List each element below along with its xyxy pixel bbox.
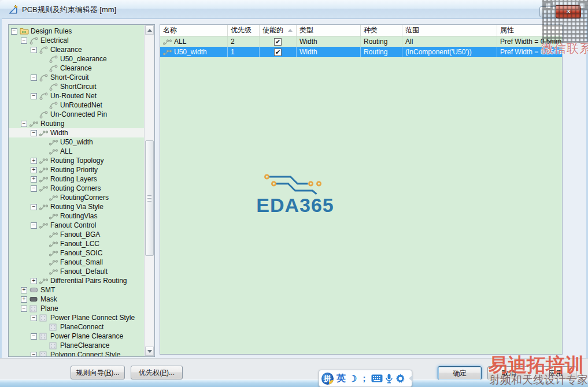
- tree-item[interactable]: Fanout_SOIC: [9, 248, 145, 258]
- collapse-icon[interactable]: −: [31, 47, 37, 53]
- table-row[interactable]: ALL2✔WidthRoutingAllPref Width = 0.5mm M: [160, 36, 562, 47]
- routing-rule-icon: [39, 176, 49, 183]
- expand-icon[interactable]: +: [21, 287, 27, 293]
- rules-tree-panel: −Design Rules−Electrical−ClearanceU50_cl…: [8, 24, 155, 357]
- gear-icon[interactable]: [395, 374, 405, 384]
- column-header-type[interactable]: 类型: [297, 25, 361, 36]
- tree-item[interactable]: −Width: [9, 128, 145, 137]
- tree-item[interactable]: −Routing: [9, 119, 145, 128]
- tree-item[interactable]: ShortCircuit: [9, 82, 145, 91]
- column-header-name[interactable]: 名称: [160, 25, 228, 36]
- tree-item[interactable]: −Power Plane Connect Style: [9, 313, 145, 322]
- tree-item[interactable]: −Design Rules: [9, 27, 145, 36]
- collapse-icon[interactable]: −: [21, 38, 27, 44]
- tree-item[interactable]: +SMT: [9, 285, 145, 295]
- collapse-icon[interactable]: −: [31, 93, 37, 99]
- column-header-enabled[interactable]: 使能的: [260, 25, 297, 36]
- tree-item[interactable]: +Differential Pairs Routing: [9, 276, 145, 285]
- scroll-up-icon[interactable]: [145, 25, 154, 35]
- keyboard-icon[interactable]: [371, 374, 383, 382]
- rule-name-label: U50_width: [174, 47, 207, 57]
- collapse-icon[interactable]: −: [31, 204, 37, 210]
- collapse-icon[interactable]: −: [31, 222, 37, 229]
- tree-item[interactable]: −Un-Routed Net: [9, 91, 145, 101]
- eda365-watermark: EDA365: [256, 172, 334, 216]
- tree-item-label: U50_width: [59, 137, 93, 147]
- tree-item-label: Un-Routed Net: [49, 91, 97, 101]
- tree-scrollbar[interactable]: [144, 25, 154, 356]
- tree-item[interactable]: −Power Plane Clearance: [9, 332, 145, 341]
- tree-item[interactable]: −Routing Via Style: [9, 202, 145, 211]
- routing-rule-icon: [29, 121, 39, 127]
- scrollbar-thumb[interactable]: [145, 140, 154, 256]
- rules-tree: −Design Rules−Electrical−ClearanceU50_cl…: [9, 27, 145, 357]
- tree-item-label: Un-Connected Pin: [49, 110, 107, 119]
- expand-icon[interactable]: +: [21, 296, 27, 303]
- collapse-icon[interactable]: −: [21, 306, 27, 312]
- tree-item[interactable]: −Short-Circuit: [9, 73, 145, 82]
- collapse-icon[interactable]: −: [31, 130, 37, 136]
- column-header-priority[interactable]: 优先级: [228, 25, 260, 36]
- rule-wizard-button[interactable]: 规则向导(R)...: [71, 366, 125, 379]
- expand-icon[interactable]: +: [31, 176, 37, 183]
- expand-icon[interactable]: +: [31, 278, 37, 284]
- collapse-icon[interactable]: −: [21, 121, 27, 127]
- table-row[interactable]: U50_width1✔WidthRouting(InComponent('U50…: [160, 47, 562, 57]
- tree-item[interactable]: PlaneClearance: [9, 341, 145, 350]
- scroll-down-icon[interactable]: [145, 347, 154, 356]
- tree-item[interactable]: −Routing Corners: [9, 184, 145, 193]
- collapse-icon[interactable]: −: [11, 28, 17, 35]
- priorities-button[interactable]: 优先权(P)...: [131, 366, 183, 379]
- tree-item[interactable]: Fanout_LCC: [9, 239, 145, 248]
- tree-item-label: Fanout_BGA: [59, 230, 100, 239]
- tree-item[interactable]: U50_clearance: [9, 54, 145, 64]
- expand-icon[interactable]: +: [31, 158, 37, 164]
- tree-item[interactable]: ALL: [9, 147, 145, 156]
- collapse-icon[interactable]: −: [31, 333, 37, 340]
- collapse-icon[interactable]: −: [31, 185, 37, 192]
- microphone-icon[interactable]: [386, 374, 393, 384]
- tree-item[interactable]: −Polygon Connect Style: [9, 350, 145, 357]
- tree-item[interactable]: Fanout_BGA: [9, 230, 145, 239]
- electrical-rule-icon: [49, 83, 59, 91]
- tree-item[interactable]: +Routing Layers: [9, 174, 145, 184]
- routing-rule-icon: [163, 49, 173, 55]
- ime-logo-icon[interactable]: 拼: [321, 373, 334, 385]
- tree-item[interactable]: Fanout_Small: [9, 258, 145, 267]
- tree-item[interactable]: Fanout_Default: [9, 267, 145, 276]
- plane-rule-icon: [49, 342, 59, 349]
- ok-button[interactable]: 确定: [438, 366, 482, 380]
- tree-item[interactable]: −Electrical: [9, 36, 145, 45]
- tree-item[interactable]: +Routing Priority: [9, 165, 145, 174]
- tree-item[interactable]: U50_width: [9, 137, 145, 147]
- tree-item[interactable]: −Plane: [9, 304, 145, 313]
- tree-item[interactable]: Clearance: [9, 64, 145, 73]
- ime-collapse-icon[interactable]: [409, 375, 413, 382]
- tree-item[interactable]: −Fanout Control: [9, 221, 145, 230]
- tree-item-label: Clearance: [49, 45, 82, 54]
- expand-icon[interactable]: +: [31, 167, 37, 173]
- column-header-category[interactable]: 种类: [361, 25, 402, 36]
- tree-item[interactable]: UnRoutedNet: [9, 101, 145, 110]
- ime-punct-toggle[interactable]: ；: [360, 373, 368, 384]
- collapse-icon[interactable]: −: [31, 352, 37, 358]
- tree-item[interactable]: +Routing Topology: [9, 156, 145, 165]
- ime-toolbar[interactable]: 拼 英 ☽ ；: [319, 370, 412, 387]
- collapse-icon[interactable]: −: [31, 75, 37, 81]
- tree-item-label: Design Rules: [29, 27, 72, 36]
- tree-item[interactable]: Un-Connected Pin: [9, 110, 145, 119]
- tree-item[interactable]: RoutingCorners: [9, 193, 145, 202]
- electrical-rule-icon: [39, 92, 49, 100]
- collapse-icon[interactable]: −: [31, 315, 37, 321]
- tree-item[interactable]: PlaneConnect: [9, 322, 145, 332]
- moon-punctuation-icon[interactable]: ☽: [349, 373, 357, 384]
- routing-rule-icon: [49, 139, 59, 146]
- ime-language-toggle[interactable]: 英: [336, 373, 346, 385]
- tree-item[interactable]: RoutingVias: [9, 211, 145, 221]
- column-header-scope[interactable]: 范围: [402, 25, 497, 36]
- tree-item[interactable]: −Clearance: [9, 45, 145, 54]
- enabled-checkbox[interactable]: ✔: [274, 49, 282, 56]
- tree-item[interactable]: +Mask: [9, 295, 145, 304]
- enabled-checkbox[interactable]: ✔: [274, 38, 282, 46]
- ruler-app-icon: [8, 4, 19, 15]
